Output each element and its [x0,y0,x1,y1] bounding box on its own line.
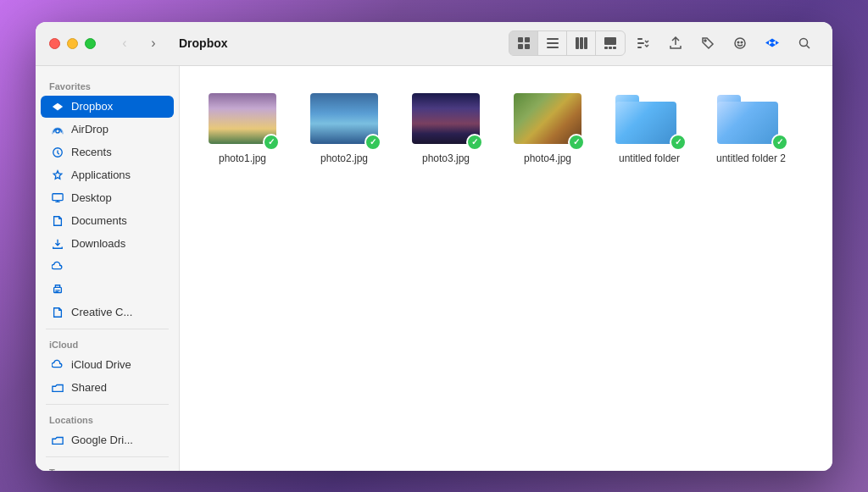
sidebar-item-dropbox[interactable]: Dropbox [41,96,174,118]
file-thumb-wrap-photo4: ✓ [514,93,581,147]
emoji-button[interactable] [726,31,754,55]
view-toggle-group [509,30,626,56]
file-item-photo2[interactable]: ✓ photo2.jpg [302,86,387,171]
titlebar: ‹ › Dropbox [36,22,832,66]
svg-rect-14 [637,38,643,40]
sidebar-item-applications-label: Applications [71,169,131,181]
desktop-icon [51,191,64,205]
airdrop-icon [51,123,64,136]
sidebar-item-documents-label: Documents [71,214,127,227]
file-item-photo3[interactable]: ✓ photo3.jpg [403,86,488,171]
file-item-photo4[interactable]: ✓ photo4.jpg [505,86,590,171]
dropbox-button[interactable] [758,31,787,55]
svg-point-23 [56,129,59,132]
icloud-label: iCloud [36,334,179,353]
file-name-folder1: untitled folder [619,152,680,164]
svg-rect-11 [604,47,608,49]
svg-rect-9 [584,37,587,49]
dropbox-icon [51,100,64,113]
sidebar-item-recents[interactable]: Recents [41,141,174,163]
svg-rect-2 [518,44,523,49]
back-button[interactable]: ‹ [113,31,136,55]
sync-badge-folder1: ✓ [670,134,687,151]
sidebar-item-print[interactable] [41,279,174,301]
svg-point-20 [741,41,743,43]
sidebar-item-desktop-label: Desktop [71,191,112,204]
sidebar: Favorites Dropbox AirDrop [36,66,180,471]
file-name-photo2: photo2.jpg [320,152,368,164]
search-button[interactable] [790,31,819,55]
svg-rect-4 [547,38,559,40]
svg-rect-0 [518,37,523,42]
file-thumb-wrap-photo1: ✓ [209,93,276,147]
file-name-photo4: photo4.jpg [524,152,571,164]
sidebar-item-downloads[interactable]: Downloads [41,233,174,255]
svg-rect-3 [525,44,530,49]
folder2-icon [717,93,778,144]
svg-rect-10 [604,37,616,45]
finder-window: ‹ › Dropbox [36,22,832,471]
print-icon [51,283,64,296]
svg-rect-7 [576,37,579,49]
svg-rect-15 [637,42,644,44]
window-title: Dropbox [179,36,228,50]
nav-buttons: ‹ › [113,31,165,55]
sidebar-item-creative[interactable]: Creative C... [41,301,174,323]
file-item-photo1[interactable]: ✓ photo1.jpg [200,86,285,171]
locations-label: Locations [36,410,179,428]
sidebar-item-icloud-drive[interactable]: iCloud Drive [41,354,174,376]
sidebar-item-desktop[interactable]: Desktop [41,187,174,209]
file-item-folder1[interactable]: ✓ untitled folder [607,86,692,171]
svg-rect-8 [580,37,583,49]
sync-badge-photo1: ✓ [263,134,280,151]
file-name-photo3: photo3.jpg [422,152,470,164]
svg-rect-13 [613,47,616,49]
sidebar-item-google-drive-label: Google Dri... [71,434,133,446]
sidebar-item-icloud-drive-label: iCloud Drive [71,358,131,371]
svg-rect-5 [547,42,559,44]
view-grid-button[interactable] [509,31,538,55]
tags-label: Tags [36,462,179,471]
close-button[interactable] [49,38,60,49]
google-drive-icon [51,434,64,447]
sidebar-divider-2 [46,404,169,405]
content-area: Favorites Dropbox AirDrop [36,66,832,471]
icloud-icon [51,358,64,372]
cloud1-icon [51,260,64,274]
sidebar-item-google-drive[interactable]: Google Dri... [41,429,174,451]
sync-badge-photo3: ✓ [466,134,483,151]
sidebar-divider-3 [46,456,169,457]
file-grid: ✓ photo1.jpg ✓ photo2.jpg ✓ [200,86,812,171]
group-button[interactable] [629,31,658,55]
svg-rect-6 [547,47,559,48]
sidebar-item-shared-label: Shared [71,381,107,394]
view-gallery-button[interactable] [596,31,625,55]
tag-button[interactable] [693,31,722,55]
sidebar-item-cloud1[interactable] [41,256,174,278]
maximize-button[interactable] [85,38,96,49]
svg-rect-1 [525,37,530,42]
sidebar-item-airdrop-label: AirDrop [71,123,108,135]
share-button[interactable] [661,31,690,55]
sidebar-item-dropbox-label: Dropbox [71,100,113,113]
svg-rect-16 [637,47,642,48]
file-item-folder2[interactable]: ✓ untitled folder 2 [709,86,793,171]
svg-line-22 [807,46,810,49]
sidebar-item-documents[interactable]: Documents [41,210,174,232]
sidebar-item-shared[interactable]: Shared [41,377,174,399]
file-thumb-wrap-photo2: ✓ [310,93,378,147]
sidebar-item-airdrop[interactable]: AirDrop [41,119,174,141]
creative-icon [51,306,64,319]
svg-point-21 [800,39,808,47]
minimize-button[interactable] [67,38,78,49]
view-list-button[interactable] [538,31,567,55]
forward-button[interactable]: › [142,31,165,55]
sidebar-item-creative-label: Creative C... [71,306,132,318]
file-name-photo1: photo1.jpg [219,152,266,164]
file-thumb-wrap-folder1: ✓ [615,93,683,147]
view-column-button[interactable] [567,31,596,55]
sidebar-item-downloads-label: Downloads [71,237,125,250]
sidebar-item-applications[interactable]: Applications [41,164,174,186]
file-thumb-wrap-photo3: ✓ [412,93,480,147]
downloads-icon [51,237,64,251]
